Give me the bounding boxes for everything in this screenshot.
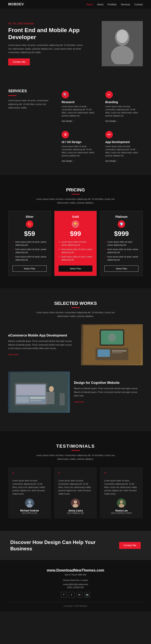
testimonial-michael-avatar [25, 498, 34, 508]
testimonial-michael-name: Michael Andrew [12, 509, 47, 512]
pricing-section: PRICING Lorem ipsum dolor sit amet, cons… [0, 175, 151, 288]
work-1-image [81, 324, 143, 365]
nav-home[interactable]: Home [86, 3, 93, 6]
testimonial-jenny-name: Jenny Laura [58, 509, 93, 512]
plan-silver-feat3: lorem ipsum dolor sit amet, samar adipis… [12, 255, 47, 262]
cta-button[interactable]: Contact Me [119, 542, 141, 549]
branding-icon: ✂ [105, 91, 113, 98]
nav-contact[interactable]: Contact [134, 3, 143, 6]
service-research: 🔍 Research Lorem ipsum dolor sit amet, c… [60, 89, 99, 125]
service-branding-title: Branding [105, 100, 141, 104]
testimonial-jenny-role: CEO FEMALE INC [58, 512, 93, 514]
testimonials-cards: " Lorem ipsum dolor sit amet, consectetu… [8, 467, 143, 518]
social-instagram[interactable]: 📷 [84, 592, 90, 598]
svg-point-19 [49, 386, 54, 392]
testimonial-hanna-role: CEO COFFEE STORY [104, 512, 139, 514]
footer-tagline: Get In Touch With Me [8, 574, 143, 576]
pricing-cards: Silver 🔴 $59 lorem ipsum dolor sit amet,… [8, 211, 143, 276]
plan-silver-feat1: lorem ipsum dolor sit amet, samar adipis… [12, 240, 47, 246]
work-item-2: Design for Cognitive Website Mauris ut b… [8, 372, 143, 413]
appdev-icon: </> [105, 131, 113, 138]
work-1-readmore[interactable]: read more [8, 353, 18, 356]
svg-rect-21 [60, 393, 65, 406]
testimonials-title: TESTIMONIALS [8, 444, 143, 449]
plan-gold-btn[interactable]: Select Plan [59, 266, 93, 272]
nav-about[interactable]: About [97, 3, 103, 6]
social-facebook[interactable]: f [61, 592, 67, 598]
plan-gold-price: $99 [59, 230, 93, 238]
nav-services[interactable]: Services [121, 3, 130, 6]
service-ux: 🖥 UI / UX Design Lorem ipsum dolor sit a… [60, 129, 99, 165]
hero-cta-button[interactable]: Contact Me [8, 58, 30, 66]
appdev-details-link[interactable]: See Details [105, 160, 119, 162]
plan-gold-icon: 🏆 [59, 220, 93, 228]
services-grid: 🔍 Research Lorem ipsum dolor sit amet, c… [60, 89, 143, 165]
svg-rect-20 [46, 392, 54, 404]
research-details-link[interactable]: See Details [62, 120, 75, 122]
quote-icon-1: " [12, 471, 47, 477]
svg-point-3 [117, 30, 128, 43]
works-divider [71, 307, 80, 308]
plan-gold: Gold 🏆 $99 Lorem ipsum dolor sit amet, s… [54, 211, 97, 276]
branding-details-link[interactable]: See Details [105, 120, 119, 122]
hero-avatar [106, 23, 139, 64]
testimonial-jenny-text: Lorem ipsum dolor sit amet, consectetur … [58, 479, 93, 496]
plan-gold-name: Gold [59, 215, 93, 218]
services-title: SERVICES [8, 89, 53, 93]
research-icon: 🔍 [62, 91, 69, 98]
plan-gold-feat1: Lorem ipsum dolor sit amet, samar adipis… [59, 240, 93, 246]
work-2-readmore[interactable]: read more [74, 400, 84, 403]
services-section: SERVICES Lorem ipsum dolor sit amet, con… [0, 78, 151, 175]
svg-point-26 [74, 500, 77, 504]
cta-section: Discover How Design Can Help Your Busine… [0, 531, 151, 560]
work-2-title: Design for Cognitive Website [74, 381, 143, 385]
social-linkedin[interactable]: in [77, 592, 82, 598]
testimonials-divider [71, 450, 80, 451]
plan-platinum-btn[interactable]: Select Plan [104, 266, 139, 272]
pricing-desc: Lorem ipsum dolor sit amet, consectetur … [32, 198, 119, 204]
work-2-text: Design for Cognitive Website Mauris ut b… [74, 381, 143, 404]
works-section: SELECTED WORKS Lorem ipsum dolor sit ame… [0, 288, 151, 431]
footer-phone: (000) 1234567234 [8, 586, 143, 589]
services-desc: Lorem ipsum dolor sit amet, consectetur … [8, 99, 53, 110]
plan-platinum-feat3: lorem ipsum dolor sit amet, samar adipis… [104, 255, 139, 262]
nav-logo: MOBDEV. [8, 2, 25, 6]
work-1-text: eCommerce Mobile App Development Mauris … [8, 334, 77, 356]
service-research-title: Research [62, 100, 97, 104]
service-appdev: </> App Development Lorem ipsum dolor si… [103, 129, 143, 165]
social-twitter[interactable]: t [69, 592, 75, 598]
service-ux-desc: Lorem ipsum dolor sit amet, consectetur … [62, 145, 97, 157]
plan-gold-feat2: lorem ipsum dolor sit amet, samar adipis… [59, 248, 93, 254]
service-appdev-desc: Lorem ipsum dolor sit amet, consectetur … [105, 145, 141, 157]
footer-address: Victoria Street No.1 London [8, 579, 143, 582]
navbar: MOBDEV. Home About Portfolio Services Co… [0, 0, 151, 9]
plan-silver-btn[interactable]: Select Plan [12, 266, 47, 272]
testimonial-jenny: " Lorem ipsum dolor sit amet, consectetu… [54, 467, 97, 518]
hero-greeting: Hi, I'm John Andrew [8, 22, 86, 25]
plan-platinum: Platinum 💎 $999 Lorem ipsum dolor sit am… [100, 211, 143, 276]
hero-section: Hi, I'm John Andrew Front End and Mobile… [0, 9, 151, 78]
works-header: SELECTED WORKS Lorem ipsum dolor sit ame… [8, 301, 143, 318]
services-header: SERVICES Lorem ipsum dolor sit amet, con… [8, 89, 53, 165]
work-1-title: eCommerce Mobile App Development [8, 334, 77, 337]
svg-point-23 [28, 500, 31, 504]
plan-platinum-price: $999 [104, 230, 139, 238]
testimonials-desc: Lorem ipsum dolor sit amet, consectetur … [32, 454, 119, 461]
svg-rect-17 [30, 397, 45, 399]
plan-silver-name: Silver [12, 215, 47, 218]
service-branding: ✂ Branding Lorem ipsum dolor sit amet, c… [103, 89, 143, 125]
svg-rect-15 [16, 385, 45, 395]
hero-image [102, 21, 143, 66]
pricing-title: PRICING [8, 187, 143, 193]
hero-desc: Lorem ipsum dolor sit amet, consectetur … [8, 44, 86, 54]
work-2-svg [10, 372, 68, 412]
social-icons: f t in 📷 [8, 592, 143, 598]
work-2-image [8, 372, 70, 413]
nav-portfolio[interactable]: Portfolio [108, 3, 117, 6]
hero-title: Front End and Mobile App Developer [8, 27, 86, 40]
plan-platinum-feat2: lorem ipsum dolor sit amet, samar adipis… [104, 248, 139, 254]
work-item-1: eCommerce Mobile App Development Mauris … [8, 324, 143, 365]
works-desc: Lorem ipsum dolor sit amet, consectetur … [32, 311, 119, 318]
ux-details-link[interactable]: See Details [62, 160, 75, 162]
plan-platinum-icon: 💎 [104, 220, 139, 228]
